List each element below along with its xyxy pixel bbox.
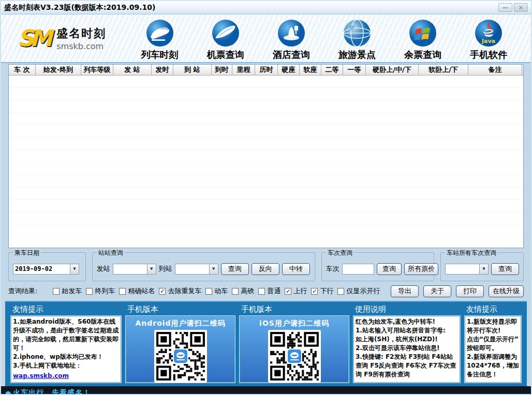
checkbox-box[interactable] — [311, 288, 318, 295]
station-search-button[interactable]: 查询 — [221, 263, 249, 275]
column-header-dep-station[interactable]: 发 站 — [113, 65, 152, 75]
checkbox-box[interactable] — [205, 288, 212, 295]
toolbar-item-hotel-search[interactable]: 酒店查询 — [273, 19, 310, 61]
transfer-button[interactable]: 中转 — [282, 263, 310, 275]
toolbar-item-tourist-spots[interactable]: 旅游景点 — [338, 19, 376, 61]
train-results-table: 车 次 始发-终到 列车等级 发 站 发时 到 站 到时 里程 历时 硬座 软座… — [8, 64, 524, 248]
status-bar: ● 火车出行，先看盛名！ — [1, 386, 531, 395]
checkbox-box[interactable] — [119, 288, 126, 295]
brand-name: 盛名时刻 — [56, 26, 106, 41]
column-header-distance[interactable]: 里程 — [232, 65, 255, 75]
info-panels: 友情提示 1.如果android版本、S60版本在线升级不成功，是由于数字签名过… — [5, 301, 527, 386]
checkbox-originating-train[interactable]: 始发车 — [53, 286, 82, 296]
ride-date-value: 2019-09-02 — [13, 264, 70, 274]
checkbox-box[interactable] — [86, 288, 93, 295]
to-station-select[interactable]: ▼ — [175, 264, 218, 275]
column-header-remarks[interactable]: 备注 — [468, 65, 522, 75]
column-header-second-class[interactable]: 二等 — [321, 65, 343, 75]
checkbox-label: 普通 — [267, 286, 280, 296]
tip-line: 1.如果android版本、S60版本在线升级不成功，是由于数字签名过期造成的，… — [13, 317, 119, 353]
reverse-button[interactable]: 反向 — [252, 263, 279, 275]
checkbox-down-direction[interactable]: 下行 — [311, 286, 333, 296]
checkbox-box[interactable] — [159, 288, 166, 295]
column-header-first-class[interactable]: 一等 — [343, 65, 366, 75]
checkbox-terminating-train[interactable]: 终到车 — [86, 286, 115, 296]
column-header-arr-station[interactable]: 到 站 — [173, 65, 212, 75]
column-header-dep-time[interactable]: 发时 — [152, 65, 173, 75]
panel-usage-instructions: 使用说明 红色为始发车,蓝色为中转车! 1.站名输入可用站名拼音首字母: 如上海… — [353, 303, 461, 383]
all-trains-station-select[interactable]: ▼ — [445, 264, 489, 275]
station-to-station-group: 站站查询 发站 ▼ 到站 ▼ 查询 反向 中转 — [92, 252, 315, 281]
checkbox-label: 仅显示开行 — [346, 286, 380, 296]
ride-date-select[interactable]: 2019-09-02 ▼ — [13, 264, 79, 275]
checkbox-exact-station-name[interactable]: 精确站名 — [119, 286, 155, 296]
panel-title: 手机版本 — [125, 303, 235, 315]
toolbar: SM 盛名时刻 smskb.com 列车时刻 — [1, 14, 531, 63]
wap-download-link[interactable]: wap.smskb.com — [13, 372, 69, 379]
column-header-train-no[interactable]: 车 次 — [9, 65, 36, 75]
column-header-soft-sleeper[interactable]: 软卧上/下 — [419, 65, 468, 75]
chevron-down-icon[interactable]: ▼ — [479, 264, 488, 274]
checkbox-label: 上行 — [293, 286, 307, 296]
checkbox-ordinary[interactable]: 普通 — [258, 286, 280, 296]
app-window: 盛名时刻表V3.23版(数据版本:2019.09.10) — ✕ SM 盛名时刻… — [0, 0, 532, 395]
chevron-down-icon[interactable]: ▼ — [70, 264, 79, 274]
tip-line: 2.新版界面调整为1024*768，增加备注信息！ — [467, 353, 519, 379]
android-qr-caption: Android用户请扫二维码 — [135, 319, 225, 328]
panel-content: 红色为始发车,蓝色为中转车! 1.站名输入可用站名拼音首字母: 如上海(SH)，… — [353, 315, 461, 383]
checkbox-box[interactable] — [285, 288, 291, 295]
close-icon: ✕ — [518, 4, 523, 11]
checkbox-box[interactable] — [232, 288, 239, 295]
toolbar-item-label: 手机软件 — [470, 49, 507, 61]
toolbar-item-train-times[interactable]: 列车时刻 — [141, 19, 179, 61]
checkbox-box[interactable] — [53, 288, 60, 295]
toolbar-item-remaining-tickets[interactable]: 余票查询 — [404, 19, 441, 61]
close-button[interactable]: ✕ — [514, 3, 528, 12]
toolbar-item-label: 列车时刻 — [141, 49, 179, 61]
toolbar-item-flight-search[interactable]: 机票查询 — [207, 19, 244, 61]
column-header-origin-dest[interactable]: 始发-终到 — [36, 65, 81, 75]
chevron-down-icon[interactable]: ▼ — [209, 264, 218, 274]
hotel-icon — [277, 19, 306, 48]
column-header-hard-seat[interactable]: 硬座 — [278, 65, 300, 75]
from-station-label: 发站 — [97, 264, 110, 274]
window-controls: — ✕ — [498, 3, 528, 12]
ios-qr-caption: iOS用户请扫二维码 — [259, 319, 329, 328]
checkbox-box[interactable] — [337, 288, 344, 295]
column-header-hard-sleeper[interactable]: 硬卧上/中/下 — [366, 65, 419, 75]
checkbox-only-running[interactable]: 仅显示开行 — [337, 286, 380, 296]
toolbar-item-mobile-software[interactable]: Java 手机软件 — [470, 19, 507, 61]
all-fares-button[interactable]: 所有票价 — [404, 263, 438, 275]
results-label: 查询结果: — [8, 286, 37, 296]
checkbox-label: 精确站名 — [128, 286, 155, 296]
checkbox-remove-duplicates[interactable]: 去除重复车 — [159, 286, 201, 296]
checkbox-box[interactable] — [258, 288, 265, 295]
online-upgrade-button[interactable]: 在线升级 — [489, 285, 524, 297]
table-body-empty[interactable] — [9, 75, 523, 248]
checkbox-high-speed[interactable]: 高铁 — [232, 286, 254, 296]
train-search-button[interactable]: 查询 — [377, 263, 402, 275]
globe-icon — [343, 19, 372, 48]
column-header-soft-seat[interactable]: 软座 — [300, 65, 321, 75]
column-header-filler — [522, 65, 523, 75]
station-all-search-button[interactable]: 查询 — [491, 263, 519, 275]
checkbox-label: 去除重复车 — [168, 286, 201, 296]
about-button[interactable]: 关于 — [423, 285, 451, 297]
android-qr-code — [154, 330, 207, 383]
train-number-input[interactable] — [342, 264, 374, 275]
toolbar-item-label: 余票查询 — [404, 49, 441, 61]
from-station-select[interactable]: ▼ — [113, 264, 156, 275]
to-station-value — [175, 264, 209, 274]
panel-friendly-tips-left: 友情提示 1.如果android版本、S60版本在线升级不成功，是由于数字签名过… — [10, 303, 122, 383]
minimize-button[interactable]: — — [498, 3, 512, 12]
column-header-train-class[interactable]: 列车等级 — [81, 65, 113, 75]
checkbox-up-direction[interactable]: 上行 — [285, 286, 307, 296]
chevron-down-icon[interactable]: ▼ — [147, 264, 156, 274]
export-button[interactable]: 导出 — [391, 285, 419, 297]
print-button[interactable]: 打印 — [456, 285, 484, 297]
column-header-arr-time[interactable]: 到时 — [212, 65, 232, 75]
column-header-duration[interactable]: 历时 — [255, 65, 278, 75]
sm-logo-icon: SM — [18, 27, 53, 50]
table-header-row: 车 次 始发-终到 列车等级 发 站 发时 到 站 到时 里程 历时 硬座 软座… — [9, 65, 523, 75]
checkbox-d-train[interactable]: 动车 — [205, 286, 228, 296]
